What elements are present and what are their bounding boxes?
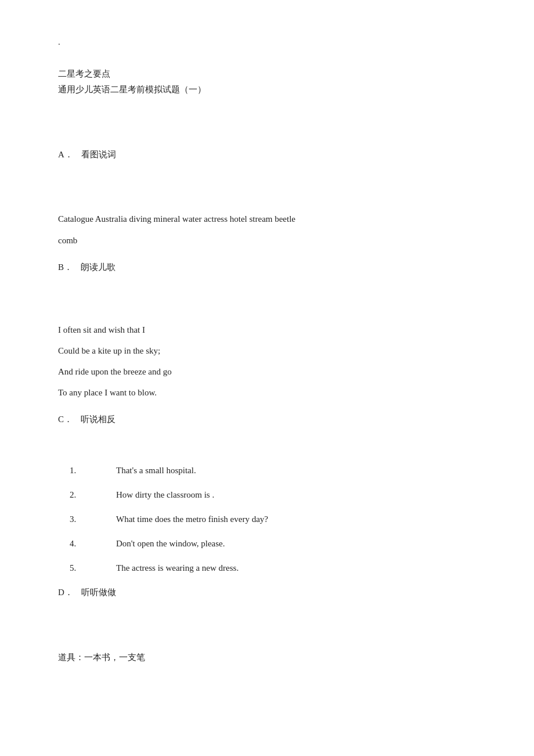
list-item: 2. How dirty the classroom is .	[58, 488, 488, 502]
item-text-4: Don't open the window, please.	[116, 537, 488, 550]
section-c-header: C． 听说相反	[58, 412, 488, 426]
title-block: 二星考之要点 通用少儿英语二星考前模拟试题（一）	[58, 66, 488, 98]
item-text-2: How dirty the classroom is .	[116, 488, 488, 502]
title-line2: 通用少儿英语二星考前模拟试题（一）	[58, 82, 488, 98]
section-a-letter: A．	[58, 150, 73, 159]
section-d-letter: D．	[58, 588, 73, 597]
section-b-letter: B．	[58, 262, 73, 272]
poem-line-4: To any place I want to blow.	[58, 386, 488, 399]
list-item: 5. The actress is wearing a new dress.	[58, 561, 488, 575]
catalogue-line2: comb	[58, 233, 488, 247]
section-a-title: 看图说词	[81, 150, 116, 159]
list-item: 4. Don't open the window, please.	[58, 537, 488, 550]
dot: .	[58, 35, 488, 49]
item-num-1: 1.	[58, 463, 116, 477]
item-text-5: The actress is wearing a new dress.	[116, 561, 488, 575]
item-num-2: 2.	[58, 488, 116, 502]
list-item: 3. What time does the metro finish every…	[58, 512, 488, 526]
section-a-header: A． 看图说词	[58, 147, 488, 161]
item-num-5: 5.	[58, 561, 116, 575]
section-d-header: D． 听听做做	[58, 585, 488, 599]
item-num-3: 3.	[58, 512, 116, 526]
item-text-1: That's a small hospital.	[116, 463, 488, 477]
poem-line-2: Could be a kite up in the sky;	[58, 344, 488, 358]
props-block: 道具：一本书，一支笔	[58, 650, 488, 664]
title-line1: 二星考之要点	[58, 66, 488, 82]
section-b-title: 朗读儿歌	[81, 262, 116, 272]
catalogue-line1: Catalogue Australia diving mineral water…	[58, 210, 488, 228]
list-item: 1. That's a small hospital.	[58, 463, 488, 477]
poem-block: I often sit and wish that I Could be a k…	[58, 323, 488, 399]
poem-line-3: And ride upon the breeze and go	[58, 365, 488, 379]
item-text-3: What time does the metro finish every da…	[116, 512, 488, 526]
section-b-header: B． 朗读儿歌	[58, 260, 488, 274]
section-d-title: 听听做做	[81, 588, 116, 597]
poem-line-1: I often sit and wish that I	[58, 323, 488, 337]
section-c-letter: C．	[58, 415, 73, 424]
section-c-title: 听说相反	[81, 415, 116, 424]
item-num-4: 4.	[58, 537, 116, 550]
numbered-list: 1. That's a small hospital. 2. How dirty…	[58, 463, 488, 575]
